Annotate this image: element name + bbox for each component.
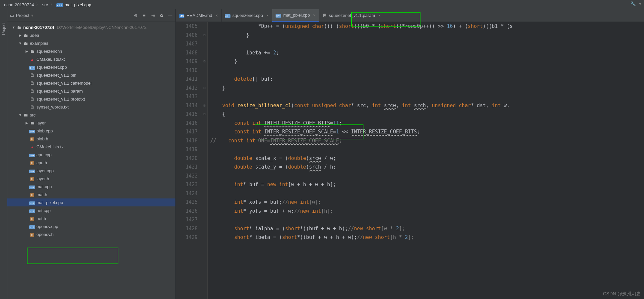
tree-row[interactable]: c++cpu.cpp: [7, 151, 175, 159]
fold-mark[interactable]: [202, 172, 207, 181]
editor-tab[interactable]: README.md×: [176, 9, 222, 22]
fold-mark[interactable]: [202, 127, 207, 136]
line-number[interactable]: 1427: [176, 215, 198, 224]
tree-row[interactable]: ▶🖿.idea: [7, 31, 175, 39]
fold-mark[interactable]: [202, 119, 207, 128]
editor-content[interactable]: 1405140614071408140914101411141214131414…: [176, 22, 644, 299]
line-number-gutter[interactable]: 1405140614071408140914101411141214131414…: [176, 22, 202, 299]
line-number[interactable]: 1426: [176, 207, 198, 216]
tree-row[interactable]: Hlayer.h: [7, 175, 175, 183]
fold-mark[interactable]: ⊟: [202, 110, 207, 119]
line-number[interactable]: 1417: [176, 127, 198, 136]
fold-mark[interactable]: [202, 92, 207, 101]
tree-row[interactable]: 🖹squeezenet_v1.1.prototxt: [7, 95, 175, 103]
collapse-icon[interactable]: ⇥: [150, 13, 156, 18]
fold-mark[interactable]: ⊟: [202, 101, 207, 110]
sidebar-title[interactable]: ▭ Project ▾: [10, 13, 133, 18]
line-number[interactable]: 1422: [176, 172, 198, 181]
code-line[interactable]: const int INTER_RESIZE_COEF_BITS=11;: [210, 119, 644, 128]
code-line[interactable]: [210, 66, 644, 75]
tree-row[interactable]: c++layer.cpp: [7, 167, 175, 175]
line-number[interactable]: 1416: [176, 119, 198, 128]
code-line[interactable]: int* buf = new int[w + h + w + h];: [210, 180, 644, 189]
tree-arrow-icon[interactable]: ▼: [11, 26, 16, 29]
line-number[interactable]: 1409: [176, 57, 198, 66]
tree-row[interactable]: 🖹squeezenet_v1.1.param: [7, 87, 175, 95]
line-number[interactable]: 1407: [176, 39, 198, 48]
fold-mark[interactable]: [202, 66, 207, 75]
fold-mark[interactable]: [202, 154, 207, 163]
tree-row[interactable]: ▼🖿src: [7, 111, 175, 119]
tree-row[interactable]: c++net.cpp: [7, 206, 175, 214]
code-line[interactable]: delete[] buf;: [210, 75, 644, 84]
close-icon[interactable]: ×: [313, 13, 315, 18]
tree-arrow-icon[interactable]: ▶: [25, 121, 29, 125]
hide-icon[interactable]: —: [167, 13, 173, 18]
code-line[interactable]: // const int ONE=INTER_RESIZE_COEF_SCALE…: [210, 136, 644, 145]
tree-row[interactable]: c++mat_pixel.cpp: [7, 198, 175, 206]
code-line[interactable]: short* ibeta = (short*)(buf + w + h + w)…: [210, 233, 644, 242]
code-line[interactable]: *Dp++ = (unsigned char)(( (short)((b0 * …: [210, 22, 644, 31]
code-area[interactable]: *Dp++ = (unsigned char)(( (short)((b0 * …: [208, 22, 644, 299]
line-number[interactable]: 1408: [176, 48, 198, 57]
line-number[interactable]: 1414: [176, 101, 198, 110]
code-line[interactable]: void resize_bilinear_c1(const unsigned c…: [210, 101, 644, 110]
tree-row[interactable]: c++blob.cpp: [7, 127, 175, 135]
code-line[interactable]: }: [210, 31, 644, 40]
project-tree[interactable]: ▼🖿ncnn-20170724D:\Workfile\ModelDeploy\N…: [7, 22, 175, 299]
tree-row[interactable]: Hcpu.h: [7, 159, 175, 167]
fold-mark[interactable]: ⊟: [202, 57, 207, 66]
code-line[interactable]: int* xofs = buf;//new int[w];: [210, 198, 644, 207]
code-line[interactable]: }: [210, 57, 644, 66]
fold-mark[interactable]: [202, 198, 207, 207]
tree-arrow-icon[interactable]: ▶: [25, 49, 29, 53]
fold-mark[interactable]: [202, 39, 207, 48]
fold-mark[interactable]: [202, 215, 207, 224]
code-line[interactable]: [210, 215, 644, 224]
line-number[interactable]: 1423: [176, 180, 198, 189]
code-line[interactable]: [210, 189, 644, 198]
code-line[interactable]: }: [210, 84, 644, 93]
fold-mark[interactable]: [202, 145, 207, 154]
fold-mark[interactable]: [202, 189, 207, 198]
fold-mark[interactable]: [202, 136, 207, 145]
fold-mark[interactable]: [202, 75, 207, 84]
tree-row[interactable]: 🖹squeezenet_v1.1.caffemodel: [7, 79, 175, 87]
tree-row[interactable]: ▶🖿squeezencnn: [7, 47, 175, 55]
fold-mark[interactable]: [202, 48, 207, 57]
tree-row[interactable]: c++opencv.cpp: [7, 222, 175, 230]
tree-arrow-icon[interactable]: ▶: [18, 34, 23, 37]
code-line[interactable]: {: [210, 110, 644, 119]
close-icon[interactable]: ×: [266, 13, 269, 18]
tree-row[interactable]: 🖹synset_words.txt: [7, 103, 175, 111]
tree-row[interactable]: c++squeezenet.cpp: [7, 63, 175, 71]
line-number[interactable]: 1418: [176, 136, 198, 145]
left-rail-project-tab[interactable]: Project: [1, 23, 6, 35]
line-number[interactable]: 1415: [176, 110, 198, 119]
editor-tab[interactable]: squeezenet.cpp×: [222, 9, 272, 22]
fold-mark[interactable]: [202, 207, 207, 216]
tree-row[interactable]: Hopencv.h: [7, 230, 175, 238]
code-line[interactable]: const int INTER_RESIZE_COEF_SCALE=1 << I…: [210, 127, 644, 136]
line-number[interactable]: 1412: [176, 84, 198, 93]
fold-mark[interactable]: ⊟: [202, 84, 207, 93]
close-icon[interactable]: ×: [378, 13, 381, 18]
chevron-down-icon[interactable]: ▾: [639, 1, 641, 6]
breadcrumb-root[interactable]: ncnn-20170724: [4, 2, 34, 7]
line-number[interactable]: 1419: [176, 145, 198, 154]
fold-mark[interactable]: [202, 163, 207, 172]
tree-arrow-icon[interactable]: ▼: [18, 113, 23, 117]
line-number[interactable]: 1411: [176, 75, 198, 84]
code-line[interactable]: [210, 145, 644, 154]
tree-row[interactable]: CMakeLists.txt: [7, 143, 175, 151]
code-line[interactable]: [210, 39, 644, 48]
code-line[interactable]: short* ialpha = (short*)(buf + w + h);//…: [210, 224, 644, 233]
tree-row[interactable]: ▶🖿layer: [7, 119, 175, 127]
breadcrumb-file[interactable]: mat_pixel.cpp: [56, 2, 91, 7]
breadcrumb-mid[interactable]: src: [42, 2, 48, 7]
tree-row[interactable]: CMakeLists.txt: [7, 55, 175, 63]
tree-row[interactable]: Hmat.h: [7, 190, 175, 198]
tree-row[interactable]: Hnet.h: [7, 214, 175, 222]
fold-gutter[interactable]: ⊟⊟⊟⊟⊟: [202, 22, 208, 299]
line-number[interactable]: 1428: [176, 224, 198, 233]
